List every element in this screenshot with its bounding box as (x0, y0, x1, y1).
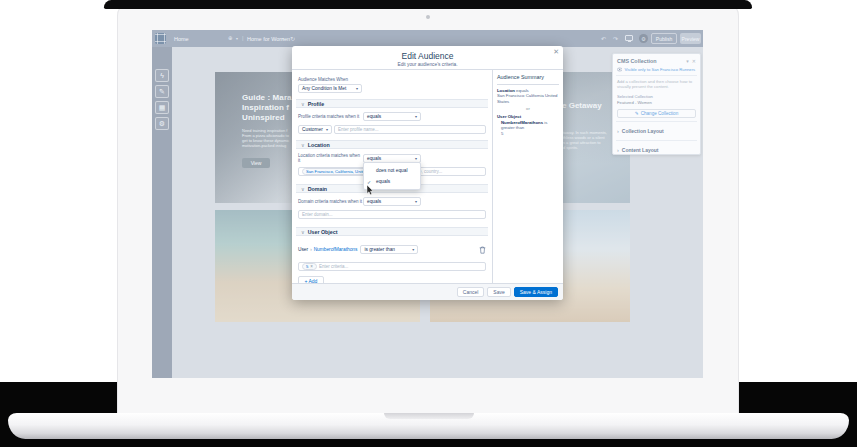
laptop-base-notch (384, 413, 474, 419)
matches-when-label: Audience Matches When (298, 77, 486, 82)
menu-item-does-not-equal[interactable]: does not equal (364, 165, 420, 176)
criteria-pane: Audience Matches When Any Condition Is M… (292, 70, 492, 283)
section-header-profile[interactable]: ∨ Profile (296, 99, 488, 108)
modal-subtitle: Edit your audience's criteria. (292, 62, 563, 67)
chevron-down-icon: ∨ (301, 101, 305, 107)
chevron-down-icon: ▾ (326, 127, 328, 132)
profile-operator-select[interactable]: equals▾ (363, 112, 421, 121)
chevron-down-icon: ▾ (412, 247, 414, 252)
profile-criteria-label: Profile criteria matches when it (298, 114, 363, 119)
chevron-down-icon: ▾ (415, 199, 417, 204)
close-icon[interactable]: ✕ (553, 48, 559, 55)
profile-name-input[interactable]: Enter profile name... (334, 125, 486, 134)
user-entity-label: User (298, 247, 308, 252)
domain-input[interactable]: Enter domain... (298, 210, 486, 219)
mouse-cursor-icon (366, 182, 374, 200)
location-criteria-label: Location criteria matches when it (298, 153, 363, 163)
criteria-chip[interactable]: 5× (302, 263, 317, 270)
laptop-mockup: Home ⊕ ▾ | Home for Women ▾ ↻ ↶ ↷ ⚙ Publ… (0, 0, 857, 447)
user-criteria-input[interactable]: 5× Enter criteria... (298, 262, 486, 271)
webcam-dot (426, 15, 430, 19)
summary-conjunction: or (497, 106, 559, 112)
save-button[interactable]: Save (487, 287, 510, 297)
section-header-user-object[interactable]: ∨ User Object (296, 227, 488, 236)
section-header-location[interactable]: ∨ Location (296, 140, 488, 149)
summary-location-value: San Francisco California United States (497, 93, 559, 104)
summary-user-line: NumberofMarathons is greater than (497, 120, 559, 131)
laptop-lid-top-edge (104, 0, 752, 9)
chevron-down-icon: ▾ (356, 86, 358, 91)
chevron-down-icon: ▾ (415, 156, 417, 161)
chevron-down-icon: ∨ (301, 186, 305, 192)
profile-type-select[interactable]: Customer▾ (298, 125, 332, 134)
remove-icon[interactable]: × (310, 264, 313, 269)
chevron-down-icon: ▾ (415, 114, 417, 119)
matches-when-select[interactable]: Any Condition Is Met▾ (298, 84, 362, 93)
domain-criteria-label: Domain criteria matches when it (298, 199, 363, 204)
modal-title: Edit Audience (292, 51, 563, 61)
edit-audience-modal: Edit Audience Edit your audience's crite… (292, 46, 563, 300)
modal-footer: Cancel Save Save & Assign (292, 283, 563, 300)
chevron-right-icon: › (310, 247, 312, 252)
summary-user-value: 5 (497, 131, 559, 137)
user-operator-select[interactable]: is greater than▾ (360, 245, 418, 254)
cancel-button[interactable]: Cancel (457, 287, 485, 297)
modal-header: Edit Audience Edit your audience's crite… (292, 46, 563, 70)
save-assign-button[interactable]: Save & Assign (514, 287, 558, 297)
laptop-base (8, 413, 849, 439)
summary-title: Audience Summary (497, 75, 559, 85)
chevron-down-icon: ∨ (301, 142, 305, 148)
trash-icon[interactable] (479, 240, 486, 258)
chevron-down-icon: ∨ (301, 229, 305, 235)
screen: Home ⊕ ▾ | Home for Women ▾ ↻ ↶ ↷ ⚙ Publ… (152, 30, 703, 378)
user-field-link[interactable]: NumberofMarathons (314, 247, 358, 252)
audience-summary-panel: Audience Summary Location equals San Fra… (492, 70, 563, 283)
